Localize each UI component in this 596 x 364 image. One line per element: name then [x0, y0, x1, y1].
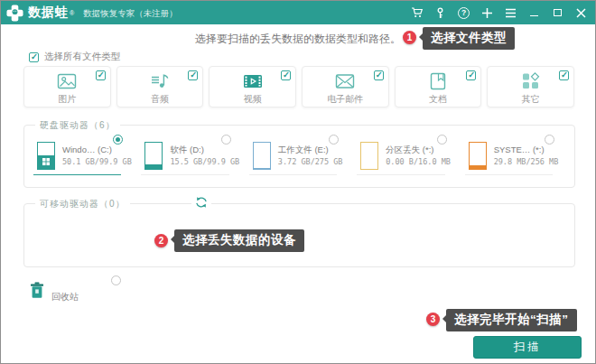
drive-icon: [469, 142, 487, 170]
select-all-checkbox[interactable]: [29, 52, 39, 62]
file-type-cards: 图片 音频 视频: [23, 66, 574, 107]
titlebar: 数据蛙 ® 数据恢复专家（未注册）: [1, 1, 595, 24]
other-icon: [520, 70, 542, 92]
drive-item[interactable]: SYSTE… (*:) 29.8 MB/256 MB: [461, 126, 569, 187]
drive-name: 分区丢失 (*:): [386, 145, 433, 156]
file-type-card[interactable]: 其它: [487, 66, 574, 107]
app-subtitle: 数据恢复专家（未注册）: [83, 8, 178, 20]
drive-name: SYSTE… (*:): [494, 145, 545, 154]
select-all-label: 选择所有文件类型: [44, 51, 120, 63]
maximize-button[interactable]: [551, 6, 564, 20]
minimize-button[interactable]: [527, 6, 541, 20]
drive-name: 软件 (D:): [170, 145, 203, 156]
step-tooltip-1: 选择文件类型: [423, 27, 515, 50]
file-type-checkbox[interactable]: [559, 70, 569, 80]
drive-radio[interactable]: [437, 135, 447, 145]
drive-divider: [141, 174, 228, 175]
recycle-bin-label: 回收站: [51, 291, 79, 303]
menu-icon[interactable]: [504, 6, 517, 20]
file-type-card[interactable]: 文档: [395, 66, 482, 107]
drive-name: Windo… (C:): [62, 145, 112, 154]
file-type-label: 其它: [522, 93, 540, 106]
file-type-card[interactable]: 电子邮件: [302, 66, 389, 107]
audio-icon: [149, 70, 171, 92]
drive-item[interactable]: 软件 (D:) 15.5 GB/99.9 GB: [137, 126, 245, 187]
drive-item[interactable]: 工作文件 (E:) 3.72 GB/275 GB: [246, 126, 353, 187]
removable-drives-title: 可移动驱动器（0）: [35, 198, 130, 210]
drive-icon: [144, 142, 163, 170]
file-type-checkbox[interactable]: [96, 70, 106, 80]
refresh-icon[interactable]: [191, 195, 211, 213]
trademark-mark: ®: [70, 10, 74, 16]
drive-capacity: 50.1 GB/99.9 GB: [62, 157, 132, 166]
file-type-label: 音频: [151, 93, 169, 106]
drive-capacity: 29.8 MB/256 MB: [494, 157, 559, 166]
drive-radio[interactable]: [113, 135, 123, 145]
file-type-checkbox[interactable]: [188, 70, 198, 80]
video-icon: [242, 70, 264, 92]
recycle-bin-item[interactable]: 回收站: [1, 272, 182, 313]
drive-capacity: 0.00 B/16.0 MB: [386, 157, 451, 166]
drive-capacity: 15.5 GB/99.9 GB: [170, 157, 239, 166]
step-tooltip-3: 选择完毕开始“扫描”: [446, 309, 577, 331]
file-type-checkbox[interactable]: [374, 70, 384, 80]
file-type-label: 文档: [429, 93, 447, 106]
file-type-card[interactable]: 视频: [209, 66, 296, 107]
app-logo-icon: [6, 5, 23, 22]
trash-icon: [30, 282, 44, 299]
drive-name: 工作文件 (E:): [278, 145, 329, 156]
drive-radio[interactable]: [545, 135, 554, 145]
windows-logo-icon: [42, 158, 51, 166]
drive-item[interactable]: 分区丢失 (*:) 0.00 B/16.0 MB: [353, 126, 461, 187]
file-type-label: 图片: [58, 93, 76, 106]
file-type-label: 视频: [244, 93, 262, 106]
drive-capacity: 3.72 GB/275 GB: [278, 157, 343, 166]
file-type-label: 电子邮件: [327, 93, 363, 106]
app-window: 数据蛙 ® 数据恢复专家（未注册） 选择要扫描的丢失数据的数据类型和路径: [0, 0, 596, 364]
drive-divider: [249, 174, 337, 175]
select-all-row[interactable]: 选择所有文件类型: [29, 51, 120, 63]
drive-icon: [253, 142, 271, 170]
drive-divider: [357, 174, 444, 175]
step-tooltip-2: 选择丢失数据的设备: [174, 229, 304, 252]
recycle-bin-radio[interactable]: [111, 275, 121, 285]
scan-button[interactable]: 扫描: [473, 336, 582, 359]
email-icon: [334, 70, 356, 92]
help-icon[interactable]: [457, 6, 470, 20]
file-type-card[interactable]: 图片: [23, 66, 111, 107]
drive-divider: [465, 174, 553, 175]
drive-icon: [360, 142, 378, 170]
document-icon: [427, 70, 449, 92]
drive-divider: [33, 174, 121, 175]
drive-icon: [37, 142, 55, 170]
app-name: 数据蛙: [28, 5, 69, 21]
file-type-checkbox[interactable]: [466, 70, 476, 80]
hard-drives-section: 硬盘驱动器（6） Windo… (C:) 50.1 GB/99.9 GB: [23, 125, 575, 188]
file-type-card[interactable]: 音频: [116, 66, 204, 107]
plus-icon[interactable]: [480, 6, 494, 20]
drive-item[interactable]: Windo… (C:) 50.1 GB/99.9 GB: [30, 126, 137, 187]
key-icon[interactable]: [433, 6, 447, 20]
drive-radio[interactable]: [221, 135, 231, 145]
cart-icon[interactable]: [410, 6, 424, 20]
drive-radio[interactable]: [329, 135, 339, 145]
image-icon: [56, 70, 78, 92]
file-type-checkbox[interactable]: [281, 70, 291, 80]
close-button[interactable]: [574, 6, 588, 20]
